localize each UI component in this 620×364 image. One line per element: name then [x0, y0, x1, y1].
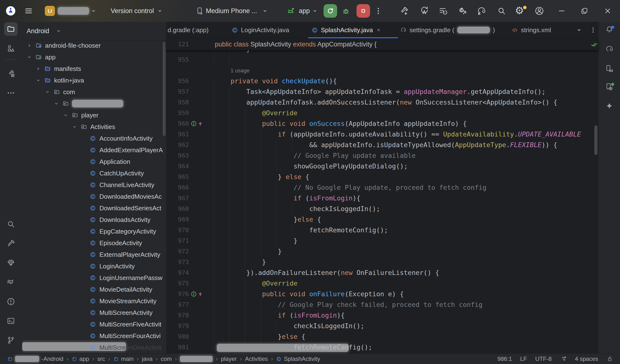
line-number[interactable]: 968: [166, 204, 189, 214]
tree-row[interactable]: app: [22, 51, 166, 63]
line-separator-widget[interactable]: LF: [520, 356, 527, 362]
line-number[interactable]: 972: [166, 246, 189, 257]
tree-row[interactable]: player: [22, 109, 166, 121]
window-minimize-icon[interactable]: [558, 7, 566, 15]
unlock-icon[interactable]: [606, 356, 613, 362]
project-badge[interactable]: LI: [45, 6, 55, 16]
line-number[interactable]: 961: [166, 129, 189, 140]
code-line[interactable]: 967if (isFromLogin){: [166, 193, 598, 204]
encoding-widget[interactable]: UTF-8: [535, 356, 552, 362]
breadcrumb-item[interactable]: java: [142, 356, 153, 362]
tree-row[interactable]: EpisodeActivity: [22, 237, 166, 249]
chevron-down-icon[interactable]: [312, 8, 318, 14]
sync-translate-icon[interactable]: [419, 6, 429, 16]
breadcrumb-item[interactable]: SplashActivity: [276, 356, 320, 362]
line-number[interactable]: 956: [166, 76, 189, 86]
code-line[interactable]: 956private void checkUpdate(){: [166, 76, 598, 86]
debug-bug-icon[interactable]: [341, 7, 350, 15]
resource-manager-icon[interactable]: [7, 44, 15, 53]
logcat-icon[interactable]: [7, 278, 15, 287]
tree-row[interactable]: ExternalPlayerActivity: [22, 249, 166, 260]
chevron-down-icon[interactable]: [54, 101, 59, 106]
stop-app-button[interactable]: [356, 4, 370, 18]
build-run-hammer-icon[interactable]: [399, 6, 409, 16]
device-selector[interactable]: Medium Phone ...: [206, 0, 257, 22]
cursor-position-widget[interactable]: 986:1: [497, 356, 512, 362]
line-number[interactable]: 121: [166, 39, 189, 50]
code-line[interactable]: 957Task<AppUpdateInfo> appUpdateInfoTask…: [166, 86, 598, 97]
code-line[interactable]: 972}: [166, 246, 598, 257]
chevron-down-icon[interactable]: [91, 8, 96, 14]
breadcrumb-item[interactable]: main: [113, 356, 134, 362]
more-tools-icon[interactable]: [7, 89, 15, 97]
tree-row[interactable]: DownloadedSeriesAct: [22, 202, 166, 214]
line-number[interactable]: 966: [166, 182, 189, 193]
tree-row[interactable]: AddedExternalPlayerA: [22, 144, 166, 156]
version-control-icon[interactable]: [7, 336, 15, 345]
line-number[interactable]: 964: [166, 161, 189, 172]
tree-row[interactable]: CatchUpActivity: [22, 167, 166, 179]
code-line[interactable]: 977// Google Play check failed, proceed …: [166, 299, 598, 310]
tree-row[interactable]: [22, 98, 166, 109]
gradle-icon[interactable]: [605, 45, 614, 53]
line-number[interactable]: 967: [166, 193, 189, 204]
gradle-sync-icon[interactable]: [477, 6, 486, 16]
line-number[interactable]: 962: [166, 140, 189, 150]
line-number[interactable]: 971: [166, 235, 189, 246]
line-number[interactable]: 973: [166, 257, 189, 267]
line-number[interactable]: 960: [166, 118, 189, 129]
highlighting-pen-icon[interactable]: [560, 356, 567, 362]
line-number[interactable]: 958: [166, 97, 189, 108]
overriding-method-gutter-icon[interactable]: [191, 291, 203, 297]
line-number[interactable]: 976: [166, 289, 189, 299]
code-line[interactable]: 981fetchRemoteConfig();: [166, 342, 598, 353]
main-menu-hamburger-icon[interactable]: [24, 7, 33, 15]
tree-row[interactable]: Application: [22, 156, 166, 167]
line-number[interactable]: 974: [166, 267, 189, 278]
line-number[interactable]: 959: [166, 108, 189, 118]
tree-row[interactable]: MultiScreenFiveActivit: [22, 318, 166, 330]
code-line[interactable]: 962&& appUpdateInfo.isUpdateTypeAllowed(…: [166, 140, 598, 150]
tree-row[interactable]: com: [22, 86, 166, 98]
restart-list-icon[interactable]: [438, 6, 448, 16]
code-line[interactable]: 960public void onSuccess(AppUpdateInfo a…: [166, 118, 598, 129]
code-line[interactable]: 955: [166, 54, 598, 65]
tree-row[interactable]: MultiScreenActivity: [22, 307, 166, 318]
chevron-down-icon[interactable]: [63, 113, 68, 118]
find-icon[interactable]: [7, 220, 15, 228]
line-number[interactable]: 955: [166, 54, 189, 65]
tree-row[interactable]: MultiScreenFourActivi: [22, 330, 166, 342]
window-close-icon[interactable]: [604, 7, 612, 15]
chevron-down-icon[interactable]: [45, 89, 50, 95]
code-line[interactable]: 979checkIsLoggedIn();: [166, 321, 598, 331]
code-line[interactable]: 963// Google Play update available: [166, 150, 598, 161]
gemini-icon[interactable]: [605, 102, 614, 110]
code-line[interactable]: 975@Override: [166, 278, 598, 289]
build-window-icon[interactable]: [7, 69, 15, 78]
line-number[interactable]: 970: [166, 225, 189, 235]
code-line[interactable]: 959@Override: [166, 108, 598, 118]
project-view-mode-selector[interactable]: Android: [27, 22, 49, 40]
tree-row[interactable]: manifests: [22, 63, 166, 75]
breadcrumb-item[interactable]: src: [97, 356, 105, 362]
line-number[interactable]: 977: [166, 299, 189, 310]
code-line[interactable]: 961if (appUpdateInfo.updateAvailability(…: [166, 129, 598, 140]
tree-row[interactable]: AccountInfoActivity: [22, 133, 166, 144]
line-number[interactable]: 965: [166, 172, 189, 182]
app-quality-insights-icon[interactable]: [7, 258, 15, 267]
line-number[interactable]: 969: [166, 214, 189, 225]
code-line[interactable]: 970fetchRemoteConfig();: [166, 225, 598, 235]
breadcrumb-item[interactable]: com: [161, 356, 172, 362]
line-number[interactable]: 978: [166, 310, 189, 321]
code-line[interactable]: 978if (isFromLogin){: [166, 310, 598, 321]
rerun-app-button[interactable]: [324, 4, 337, 18]
code-line[interactable]: 980}else {: [166, 331, 598, 342]
tree-row[interactable]: kotlin+java: [22, 75, 166, 86]
code-line[interactable]: 968checkIsLoggedIn();: [166, 204, 598, 214]
chevron-right-icon[interactable]: [27, 43, 32, 48]
chevron-down-icon[interactable]: [72, 124, 77, 129]
tree-row[interactable]: android-file-chooser: [22, 40, 166, 51]
problems-icon[interactable]: [7, 297, 15, 306]
project-tree-scrollbar[interactable]: [163, 42, 166, 136]
code-line[interactable]: 1 usage: [166, 65, 598, 76]
